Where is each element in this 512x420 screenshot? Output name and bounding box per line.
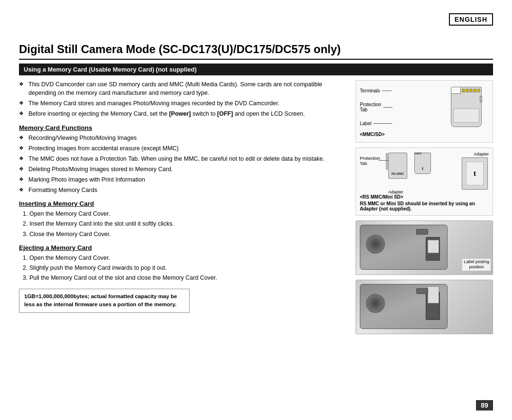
list-item: Protecting Images from accidental erasur… [19,144,346,153]
list-item: Pull the Memory Card out of the slot and… [29,274,346,282]
mini-label: mini [414,151,421,155]
list-item: Formatting Memory Cards [19,186,346,194]
photo1-label: Label postingposition [462,259,491,271]
content-wrapper: This DVD Camcorder can use SD memory car… [19,80,493,334]
ejecting-photo [356,280,493,334]
rs-mmc-diagram: Protection Tab RS-MMC 𝐭 mini [356,147,493,216]
label-label: Label [360,121,371,126]
intro-bullets: This DVD Camcorder can use SD memory car… [19,80,346,119]
left-column: This DVD Camcorder can use SD memory car… [19,80,346,334]
list-item: Deleting Photo/Moving Images stored in M… [19,165,346,173]
list-item: The Memory Card stores and manages Photo… [19,99,346,108]
list-item: The MMC does not have a Protection Tab. … [19,155,346,163]
list-item: Open the Memory Card Cover. [29,210,346,218]
ejecting-card-steps: Open the Memory Card Cover. Slightly pus… [19,254,346,282]
list-item: Insert the Memory Card into the slot unt… [29,219,346,228]
list-item: Recording/Viewing Photo/Moving Images [19,134,346,142]
adapter-label: Adapter [474,152,489,156]
adapter-bottom-label: Adapter [388,190,403,194]
ejecting-card-heading: Ejecting a Memory Card [19,244,346,251]
terminals-label: Terminals [360,88,380,93]
inserting-card-heading: Inserting a Memory Card [19,200,346,207]
list-item: Close the Memory Card Cover. [29,230,346,238]
main-title: Digital Still Camera Mode (SC-DC173(U)/D… [19,43,493,60]
page-container: ENGLISH Digital Still Camera Mode (SC-DC… [0,0,512,420]
note-box: 1GB=1,000,000,000bytes; actual formatted… [19,289,190,313]
memory-card-functions-heading: Memory Card Functions [19,124,346,131]
memory-card-functions-list: Recording/Viewing Photo/Moving Images Pr… [19,134,346,195]
list-item: Marking Photo Images with Print Informat… [19,175,346,184]
mmc-sd-caption: <MMC/SD> [360,132,489,137]
english-badge: ENGLISH [449,13,493,26]
list-item: Slightly push the Memory Card inwards to… [29,264,346,272]
rs-mmc-note: RS MMC or Mini SD should be inserted by … [360,201,489,211]
mmc-sd-diagram: Terminals ProtectionTab Label [356,80,493,143]
page-number: 89 [476,400,493,411]
inserting-photo: Label postingposition [356,220,493,275]
rs-mmc-caption: <RS MMC/Mini SD> [360,194,489,200]
list-item: Open the Memory Card Cover. [29,254,346,262]
list-item: This DVD Camcorder can use SD memory car… [19,80,346,97]
section-header: Using a Memory Card (Usable Memory Card)… [19,64,493,75]
right-column: Terminals ProtectionTab Label [356,80,493,334]
protection-label: ProtectionTab [360,102,381,112]
list-item: Before inserting or ejecting the Memory … [19,110,346,118]
inserting-card-steps: Open the Memory Card Cover. Insert the M… [19,210,346,238]
